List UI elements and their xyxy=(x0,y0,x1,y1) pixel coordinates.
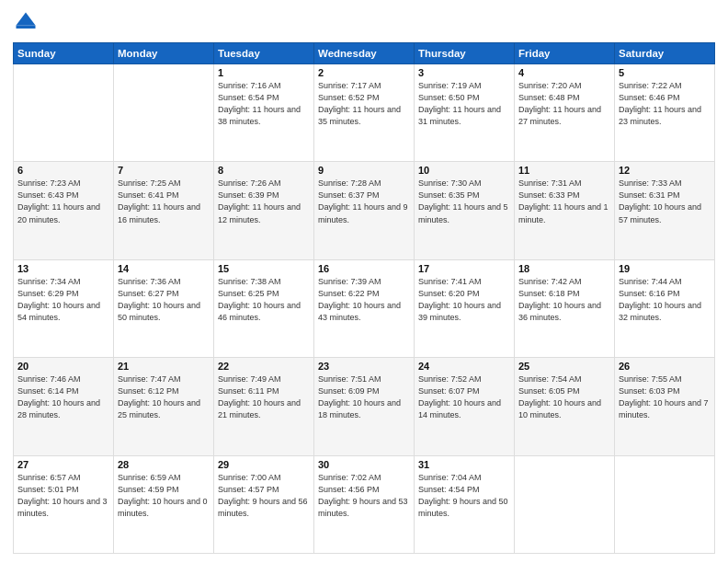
day-number: 20 xyxy=(17,361,109,372)
calendar-cell: 17Sunrise: 7:41 AM Sunset: 6:20 PM Dayli… xyxy=(415,259,515,357)
day-number: 29 xyxy=(218,459,310,470)
day-detail: Sunrise: 7:20 AM Sunset: 6:48 PM Dayligh… xyxy=(518,80,610,128)
day-detail: Sunrise: 7:41 AM Sunset: 6:20 PM Dayligh… xyxy=(418,276,510,324)
day-detail: Sunrise: 7:49 AM Sunset: 6:11 PM Dayligh… xyxy=(218,373,310,421)
calendar-cell: 14Sunrise: 7:36 AM Sunset: 6:27 PM Dayli… xyxy=(114,259,214,357)
day-number: 8 xyxy=(218,165,310,176)
calendar-cell: 1Sunrise: 7:16 AM Sunset: 6:54 PM Daylig… xyxy=(214,64,314,162)
day-number: 27 xyxy=(17,459,109,470)
day-detail: Sunrise: 7:51 AM Sunset: 6:09 PM Dayligh… xyxy=(318,373,410,421)
day-detail: Sunrise: 7:39 AM Sunset: 6:22 PM Dayligh… xyxy=(318,276,410,324)
calendar-week-row: 13Sunrise: 7:34 AM Sunset: 6:29 PM Dayli… xyxy=(14,259,715,357)
calendar-cell xyxy=(14,64,114,162)
day-detail: Sunrise: 7:38 AM Sunset: 6:25 PM Dayligh… xyxy=(218,276,310,324)
day-detail: Sunrise: 7:22 AM Sunset: 6:46 PM Dayligh… xyxy=(619,80,711,128)
day-detail: Sunrise: 7:16 AM Sunset: 6:54 PM Dayligh… xyxy=(218,80,310,128)
calendar-cell: 2Sunrise: 7:17 AM Sunset: 6:52 PM Daylig… xyxy=(314,64,415,162)
day-detail: Sunrise: 7:47 AM Sunset: 6:12 PM Dayligh… xyxy=(118,373,210,421)
day-detail: Sunrise: 7:42 AM Sunset: 6:18 PM Dayligh… xyxy=(518,276,610,324)
calendar-cell: 8Sunrise: 7:26 AM Sunset: 6:39 PM Daylig… xyxy=(214,162,314,259)
calendar-cell xyxy=(515,455,615,553)
page: SundayMondayTuesdayWednesdayThursdayFrid… xyxy=(0,0,728,563)
svg-rect-1 xyxy=(17,26,36,29)
calendar-cell: 22Sunrise: 7:49 AM Sunset: 6:11 PM Dayli… xyxy=(214,358,314,455)
calendar-day-header: Monday xyxy=(114,43,214,64)
calendar-cell: 13Sunrise: 7:34 AM Sunset: 6:29 PM Dayli… xyxy=(14,259,114,357)
day-detail: Sunrise: 7:33 AM Sunset: 6:31 PM Dayligh… xyxy=(619,178,711,225)
day-detail: Sunrise: 7:54 AM Sunset: 6:05 PM Dayligh… xyxy=(518,373,610,421)
day-detail: Sunrise: 7:25 AM Sunset: 6:41 PM Dayligh… xyxy=(118,178,210,225)
calendar-cell: 12Sunrise: 7:33 AM Sunset: 6:31 PM Dayli… xyxy=(615,162,715,259)
day-detail: Sunrise: 7:34 AM Sunset: 6:29 PM Dayligh… xyxy=(17,276,109,324)
calendar-day-header: Saturday xyxy=(615,43,715,64)
calendar-cell xyxy=(114,64,214,162)
day-detail: Sunrise: 7:26 AM Sunset: 6:39 PM Dayligh… xyxy=(218,178,310,225)
calendar-cell: 7Sunrise: 7:25 AM Sunset: 6:41 PM Daylig… xyxy=(114,162,214,259)
day-number: 10 xyxy=(418,165,510,176)
day-detail: Sunrise: 6:59 AM Sunset: 4:59 PM Dayligh… xyxy=(118,472,210,520)
day-number: 30 xyxy=(318,459,410,470)
calendar-week-row: 1Sunrise: 7:16 AM Sunset: 6:54 PM Daylig… xyxy=(14,64,715,162)
calendar-cell: 3Sunrise: 7:19 AM Sunset: 6:50 PM Daylig… xyxy=(415,64,515,162)
day-number: 14 xyxy=(118,263,210,274)
day-number: 23 xyxy=(318,361,410,372)
calendar-cell: 6Sunrise: 7:23 AM Sunset: 6:43 PM Daylig… xyxy=(14,162,114,259)
calendar-header-row: SundayMondayTuesdayWednesdayThursdayFrid… xyxy=(14,43,715,64)
calendar-cell xyxy=(615,455,715,553)
calendar-day-header: Wednesday xyxy=(314,43,415,64)
calendar-cell: 19Sunrise: 7:44 AM Sunset: 6:16 PM Dayli… xyxy=(615,259,715,357)
calendar-day-header: Sunday xyxy=(14,43,114,64)
day-number: 28 xyxy=(118,459,210,470)
day-number: 11 xyxy=(518,165,610,176)
calendar-cell: 18Sunrise: 7:42 AM Sunset: 6:18 PM Dayli… xyxy=(515,259,615,357)
calendar-cell: 5Sunrise: 7:22 AM Sunset: 6:46 PM Daylig… xyxy=(615,64,715,162)
day-detail: Sunrise: 7:55 AM Sunset: 6:03 PM Dayligh… xyxy=(619,373,711,421)
day-number: 12 xyxy=(619,165,711,176)
day-number: 3 xyxy=(418,67,510,78)
day-number: 21 xyxy=(118,361,210,372)
svg-marker-0 xyxy=(17,13,36,26)
calendar-cell: 30Sunrise: 7:02 AM Sunset: 4:56 PM Dayli… xyxy=(314,455,415,553)
calendar-cell: 31Sunrise: 7:04 AM Sunset: 4:54 PM Dayli… xyxy=(415,455,515,553)
day-detail: Sunrise: 7:28 AM Sunset: 6:37 PM Dayligh… xyxy=(318,178,410,225)
calendar-cell: 9Sunrise: 7:28 AM Sunset: 6:37 PM Daylig… xyxy=(314,162,415,259)
calendar-day-header: Thursday xyxy=(415,43,515,64)
day-number: 9 xyxy=(318,165,410,176)
calendar-cell: 29Sunrise: 7:00 AM Sunset: 4:57 PM Dayli… xyxy=(214,455,314,553)
calendar-cell: 23Sunrise: 7:51 AM Sunset: 6:09 PM Dayli… xyxy=(314,358,415,455)
day-detail: Sunrise: 7:31 AM Sunset: 6:33 PM Dayligh… xyxy=(518,178,610,225)
day-number: 13 xyxy=(17,263,109,274)
day-detail: Sunrise: 7:04 AM Sunset: 4:54 PM Dayligh… xyxy=(418,472,510,520)
day-detail: Sunrise: 7:44 AM Sunset: 6:16 PM Dayligh… xyxy=(619,276,711,324)
day-detail: Sunrise: 7:30 AM Sunset: 6:35 PM Dayligh… xyxy=(418,178,510,225)
logo-icon xyxy=(13,9,39,35)
calendar-cell: 15Sunrise: 7:38 AM Sunset: 6:25 PM Dayli… xyxy=(214,259,314,357)
calendar-cell: 21Sunrise: 7:47 AM Sunset: 6:12 PM Dayli… xyxy=(114,358,214,455)
calendar-week-row: 6Sunrise: 7:23 AM Sunset: 6:43 PM Daylig… xyxy=(14,162,715,259)
logo xyxy=(13,9,42,35)
day-number: 19 xyxy=(619,263,711,274)
day-detail: Sunrise: 7:46 AM Sunset: 6:14 PM Dayligh… xyxy=(17,373,109,421)
day-number: 15 xyxy=(218,263,310,274)
day-number: 26 xyxy=(619,361,711,372)
day-number: 6 xyxy=(17,165,109,176)
day-number: 18 xyxy=(518,263,610,274)
day-number: 31 xyxy=(418,459,510,470)
calendar-cell: 26Sunrise: 7:55 AM Sunset: 6:03 PM Dayli… xyxy=(615,358,715,455)
calendar-cell: 20Sunrise: 7:46 AM Sunset: 6:14 PM Dayli… xyxy=(14,358,114,455)
day-number: 16 xyxy=(318,263,410,274)
day-detail: Sunrise: 7:19 AM Sunset: 6:50 PM Dayligh… xyxy=(418,80,510,128)
calendar-cell: 25Sunrise: 7:54 AM Sunset: 6:05 PM Dayli… xyxy=(515,358,615,455)
day-detail: Sunrise: 7:23 AM Sunset: 6:43 PM Dayligh… xyxy=(17,178,109,225)
day-number: 17 xyxy=(418,263,510,274)
day-number: 4 xyxy=(518,67,610,78)
calendar-cell: 24Sunrise: 7:52 AM Sunset: 6:07 PM Dayli… xyxy=(415,358,515,455)
calendar-day-header: Tuesday xyxy=(214,43,314,64)
calendar-cell: 4Sunrise: 7:20 AM Sunset: 6:48 PM Daylig… xyxy=(515,64,615,162)
header xyxy=(13,9,715,35)
calendar-week-row: 20Sunrise: 7:46 AM Sunset: 6:14 PM Dayli… xyxy=(14,358,715,455)
day-detail: Sunrise: 7:52 AM Sunset: 6:07 PM Dayligh… xyxy=(418,373,510,421)
day-detail: Sunrise: 7:00 AM Sunset: 4:57 PM Dayligh… xyxy=(218,472,310,520)
calendar-week-row: 27Sunrise: 6:57 AM Sunset: 5:01 PM Dayli… xyxy=(14,455,715,553)
day-number: 22 xyxy=(218,361,310,372)
